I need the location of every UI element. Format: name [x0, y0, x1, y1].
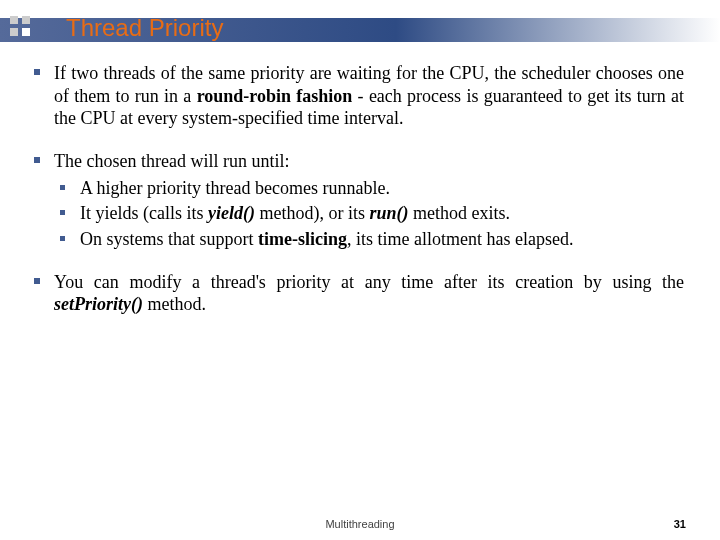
footer-text: Multithreading — [0, 518, 720, 530]
slide-title: Thread Priority — [66, 14, 223, 42]
bullet-text: You can modify a thread's priority at an… — [54, 272, 684, 292]
bullet-bold: round-robin fashion — [197, 86, 353, 106]
bullet-icon — [34, 278, 40, 284]
bullet-text: , its time allotment has elapsed. — [347, 229, 573, 249]
slide-body: If two threads of the same priority are … — [32, 62, 684, 336]
bullet-item: You can modify a thread's priority at an… — [32, 271, 684, 316]
bullet-text: method), or its — [255, 203, 370, 223]
page-number: 31 — [674, 518, 686, 530]
title-bar: Thread Priority — [0, 18, 720, 42]
bullet-text: A higher priority thread becomes runnabl… — [80, 178, 390, 198]
bullet-item: The chosen thread will run until: — [32, 150, 684, 173]
sub-bullet-item: A higher priority thread becomes runnabl… — [58, 177, 684, 200]
bullet-text: The chosen thread will run until: — [54, 151, 289, 171]
deco-square-icon — [10, 28, 18, 36]
bullet-bold: time-slicing — [258, 229, 347, 249]
bullet-icon — [34, 157, 40, 163]
bullet-icon — [34, 69, 40, 75]
bullet-icon — [60, 210, 65, 215]
bullet-item: If two threads of the same priority are … — [32, 62, 684, 130]
deco-square-icon — [22, 16, 30, 24]
deco-square-icon — [22, 28, 30, 36]
bullet-icon — [60, 185, 65, 190]
sub-bullet-item: On systems that support time-slicing, it… — [58, 228, 684, 251]
bullet-text: On systems that support — [80, 229, 258, 249]
slide: { "title": "Thread Priority", "bullets":… — [0, 0, 720, 540]
bullet-text: It yields (calls its — [80, 203, 208, 223]
bullet-text: method. — [143, 294, 206, 314]
bullet-em: setPriority() — [54, 294, 143, 314]
bullet-em: run() — [369, 203, 408, 223]
bullet-text: method exits. — [408, 203, 510, 223]
deco-square-icon — [10, 16, 18, 24]
bullet-em: yield() — [208, 203, 255, 223]
sub-bullet-item: It yields (calls its yield() method), or… — [58, 202, 684, 225]
bullet-icon — [60, 236, 65, 241]
